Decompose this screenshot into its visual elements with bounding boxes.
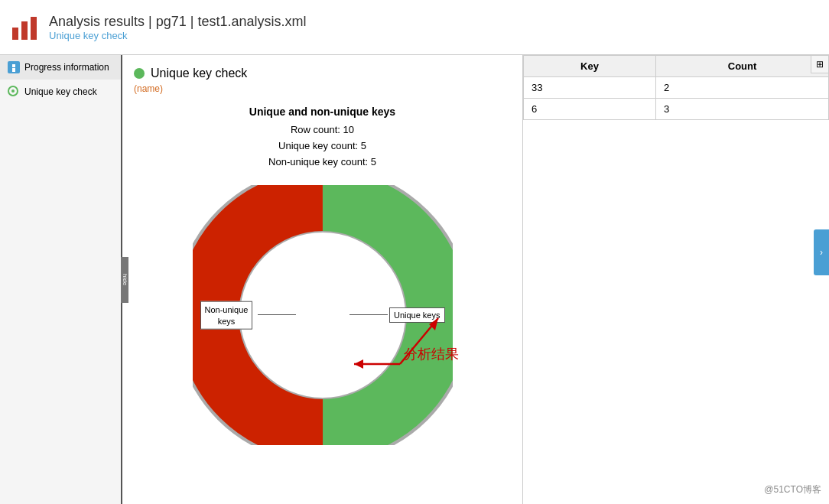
annotation-text: 分析结果: [404, 345, 459, 363]
data-table: Key Count 33263: [523, 55, 829, 120]
chart-title: Unique and non-unique keys: [134, 106, 511, 118]
annotation-area: 分析结果: [339, 303, 461, 382]
export-button[interactable]: ⊞: [811, 55, 829, 73]
check-title: Unique key check: [134, 67, 511, 80]
sidebar: Progress information Unique key check hi…: [0, 55, 122, 504]
col-count-header: Count: [656, 56, 829, 77]
table-cell: 6: [524, 99, 656, 120]
watermark: @51CTO博客: [764, 483, 821, 496]
svg-rect-5: [12, 68, 15, 72]
table-cell: 3: [656, 99, 829, 120]
name-label: (name): [134, 83, 511, 94]
info-icon: [8, 61, 20, 73]
table-row: 332: [524, 77, 829, 99]
col-key-header: Key: [524, 56, 656, 77]
sidebar-item-unique[interactable]: Unique key check: [0, 80, 121, 104]
svg-rect-1: [21, 21, 28, 40]
sidebar-item-progress-label: Progress information: [24, 62, 109, 73]
svg-rect-2: [31, 17, 37, 40]
svg-point-7: [11, 89, 15, 93]
sidebar-toggle[interactable]: hide: [121, 257, 128, 303]
app-icon: [9, 12, 40, 43]
svg-rect-4: [12, 64, 15, 67]
table-cell: 33: [524, 77, 656, 99]
non-unique-keys-label: Non-uniquekeys: [200, 301, 253, 330]
sidebar-item-progress[interactable]: Progress information: [0, 55, 121, 80]
main-layout: Progress information Unique key check hi…: [0, 55, 829, 504]
title-bar: Analysis results | pg71 | test1.analysis…: [0, 0, 829, 55]
sidebar-toggle-label: hide: [122, 274, 128, 285]
table-row: 63: [524, 99, 829, 120]
svg-rect-0: [12, 28, 18, 40]
export-icon: ⊞: [816, 59, 824, 70]
table-panel: ⊞ Key Count 33263: [523, 55, 829, 504]
sidebar-item-unique-label: Unique key check: [24, 86, 97, 97]
right-panel-handle[interactable]: ›: [814, 229, 829, 275]
table-cell: 2: [656, 77, 829, 99]
unique-key-count-label: Unique key count: 5: [134, 138, 511, 154]
subtitle-link[interactable]: Unique key check: [49, 30, 307, 41]
left-connector: [258, 314, 296, 315]
main-title: Analysis results | pg71 | test1.analysis…: [49, 14, 307, 30]
chart-panel: Unique key check (name) Unique and non-u…: [122, 55, 523, 504]
content-area: Unique key check (name) Unique and non-u…: [122, 55, 829, 504]
non-unique-key-count-label: Non-unique key count: 5: [134, 154, 511, 171]
annotation-arrow-svg: [339, 303, 461, 379]
circle-check-icon: [8, 86, 20, 98]
svg-marker-15: [354, 359, 363, 369]
donut-section: Unique and non-unique keys Row count: 10…: [134, 106, 511, 447]
table-header-row: Key Count: [524, 56, 829, 77]
title-text: Analysis results | pg71 | test1.analysis…: [49, 14, 307, 41]
chart-stats: Row count: 10 Unique key count: 5 Non-un…: [134, 122, 511, 170]
row-count-label: Row count: 10: [134, 122, 511, 138]
check-title-text: Unique key check: [151, 67, 247, 80]
status-circle-icon: [134, 68, 145, 79]
